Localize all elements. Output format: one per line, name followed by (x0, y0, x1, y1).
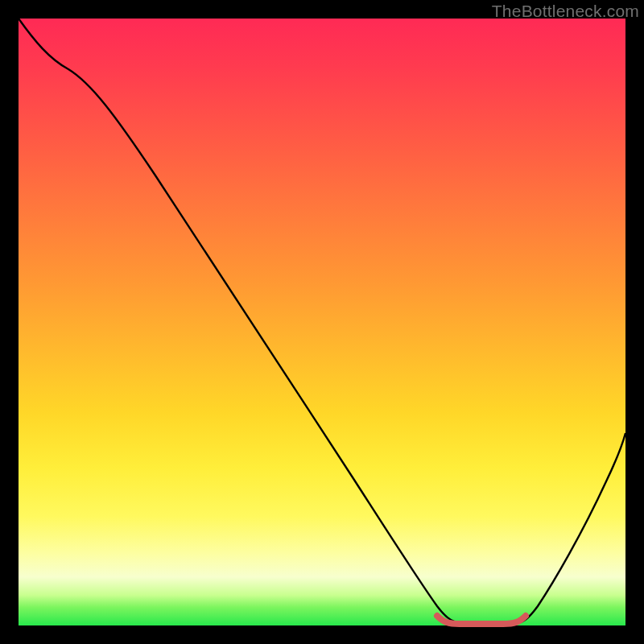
bottleneck-curve-svg (19, 19, 625, 625)
chart-frame: TheBottleneck.com (0, 0, 644, 644)
bottleneck-curve-path (19, 19, 625, 624)
plot-area (19, 19, 625, 625)
